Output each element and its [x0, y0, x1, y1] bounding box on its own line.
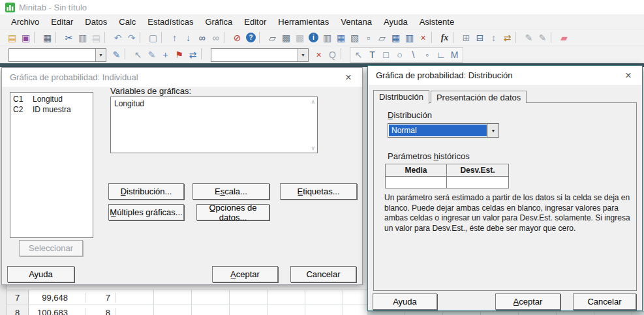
- menu-item[interactable]: Editar: [45, 16, 79, 28]
- find-next-icon[interactable]: ∞: [209, 31, 222, 44]
- tab-distribucion[interactable]: Distribución: [373, 90, 429, 104]
- eraser-icon[interactable]: ▰: [557, 31, 571, 44]
- zoom-icon[interactable]: Q: [326, 48, 339, 61]
- expand-tree-icon[interactable]: ⊞: [459, 31, 473, 44]
- select-tool-icon[interactable]: ↖: [352, 48, 365, 61]
- brush-down-icon[interactable]: ✎: [536, 31, 549, 44]
- desv-est-input-cell[interactable]: [447, 177, 508, 188]
- scale-button[interactable]: Es̲cala...: [192, 183, 269, 200]
- point-tool-icon[interactable]: ◦: [420, 48, 434, 61]
- empty-cells[interactable]: [116, 290, 367, 305]
- move-up-icon[interactable]: ↑: [168, 31, 181, 44]
- formula-icon[interactable]: fx: [438, 31, 452, 44]
- crosshair-icon[interactable]: +: [159, 48, 172, 61]
- polyline-tool-icon[interactable]: ∟: [434, 48, 448, 61]
- menu-item[interactable]: Datos: [79, 16, 113, 28]
- polygon-tool-icon[interactable]: M: [448, 48, 461, 61]
- reorder-rows-icon[interactable]: ↕: [487, 31, 500, 44]
- paste-icon[interactable]: ▤: [89, 31, 103, 44]
- close-graphs-icon[interactable]: ×: [416, 31, 430, 44]
- cascade-windows-icon[interactable]: ▩: [279, 31, 293, 44]
- new-window-icon[interactable]: ▢: [146, 31, 160, 44]
- variable-list-item[interactable]: C2 ID muestra: [10, 104, 93, 115]
- cancel-icon[interactable]: ⊘: [230, 31, 244, 44]
- brush-up-icon[interactable]: ✎: [522, 31, 536, 44]
- help-button[interactable]: Ayuda: [373, 293, 437, 310]
- tab-presentacion-de-datos[interactable]: Presentación de datos: [431, 91, 527, 103]
- menu-item[interactable]: Ayuda: [378, 16, 414, 28]
- cell-id-muestra[interactable]: 8: [85, 308, 116, 315]
- cell-longitud[interactable]: 99,648: [29, 293, 85, 303]
- dropdown-arrow-icon[interactable]: ▼: [487, 124, 498, 137]
- variable-list-item[interactable]: C1 Longitud: [10, 94, 93, 104]
- select-item-icon[interactable]: ▫: [361, 31, 375, 44]
- find-icon[interactable]: ∞: [195, 31, 209, 44]
- scroll-down-icon[interactable]: ∨: [311, 145, 315, 151]
- cut-icon[interactable]: ✂: [62, 31, 76, 44]
- dialog-titlebar[interactable]: Gráfica de probabilidad: Distribución ×: [368, 66, 642, 85]
- flag-icon[interactable]: ⚑: [172, 48, 186, 61]
- print-icon[interactable]: ▦: [40, 31, 54, 44]
- data-options-button[interactable]: O̲pciones de datos...: [196, 204, 269, 220]
- menu-item[interactable]: Editor: [238, 16, 272, 28]
- undo-icon[interactable]: ↶: [111, 31, 125, 44]
- menu-item[interactable]: Herramientas: [272, 16, 335, 28]
- distribution-dropdown[interactable]: Normal ▼: [388, 123, 499, 138]
- menu-item[interactable]: Ventana: [335, 16, 378, 28]
- brush-icon[interactable]: ✎: [145, 48, 159, 61]
- reorder-cols-icon[interactable]: ⇄: [500, 31, 514, 44]
- cell-longitud[interactable]: 100,683: [29, 308, 85, 315]
- open-project-icon[interactable]: ▤: [5, 31, 19, 44]
- copy-icon[interactable]: ▥: [76, 31, 89, 44]
- menu-item[interactable]: Estadísticas: [142, 16, 199, 28]
- menu-item[interactable]: Archivo: [5, 16, 45, 28]
- close-icon[interactable]: ×: [621, 70, 636, 82]
- text-tool-icon[interactable]: T: [365, 48, 379, 61]
- scroll-up-icon[interactable]: ∧: [311, 98, 315, 105]
- line-tool-icon[interactable]: \: [406, 48, 420, 61]
- graph-variables-input[interactable]: Longitud ∧ ∨: [110, 97, 318, 153]
- media-input-cell[interactable]: [386, 177, 447, 188]
- ellipse-tool-icon[interactable]: ○: [393, 48, 406, 61]
- delete-item-icon[interactable]: ×: [312, 48, 326, 61]
- close-icon[interactable]: ×: [341, 72, 356, 83]
- help-icon[interactable]: ?: [246, 33, 256, 42]
- worksheet-icon[interactable]: ▦: [334, 31, 348, 44]
- cell-id-muestra[interactable]: 7: [85, 293, 116, 303]
- empty-cells[interactable]: [116, 305, 367, 315]
- menu-item[interactable]: Gráfica: [199, 16, 238, 28]
- collapse-tree-icon[interactable]: ⊟: [473, 31, 487, 44]
- move-down-icon[interactable]: ↓: [181, 31, 195, 44]
- update-graph-icon[interactable]: ⇄: [186, 48, 200, 61]
- graph-item-combo[interactable]: ▼: [8, 48, 106, 62]
- select-arrow-icon[interactable]: ↖: [131, 48, 145, 61]
- save-project-icon[interactable]: ▣: [19, 31, 33, 44]
- help-button[interactable]: Ayuda: [7, 266, 74, 282]
- cancel-button[interactable]: Cancelar: [290, 266, 356, 282]
- show-grid-icon[interactable]: ▦: [389, 31, 403, 44]
- graph-scroll-icon[interactable]: ▱: [266, 31, 279, 44]
- multiple-graphs-button[interactable]: M̲últiples gráficas...: [108, 204, 184, 220]
- ok-button[interactable]: A̲ceptar: [212, 266, 278, 282]
- menu-item[interactable]: Asistente: [414, 16, 460, 28]
- dialog-titlebar[interactable]: Gráfica de probabilidad: Individual ×: [2, 68, 362, 87]
- rectangle-tool-icon[interactable]: □: [379, 48, 393, 61]
- info-icon[interactable]: i: [309, 33, 318, 42]
- worksheet-combo[interactable]: ▼: [211, 48, 309, 62]
- row-header[interactable]: 8: [7, 305, 29, 315]
- redo-icon[interactable]: ↷: [125, 31, 138, 44]
- ok-button[interactable]: A̲ceptar: [495, 293, 560, 310]
- row-header[interactable]: 7: [7, 290, 29, 305]
- new-worksheet-icon[interactable]: ▧: [348, 31, 361, 44]
- combo-dropdown-icon[interactable]: ▼: [298, 49, 308, 61]
- combo-dropdown-icon[interactable]: ▼: [95, 49, 106, 61]
- labels-button[interactable]: E̲tiquetas...: [280, 183, 357, 200]
- variables-listbox[interactable]: C1 Longitud C2 ID muestra: [10, 92, 93, 238]
- edit-last-dialog-icon[interactable]: ▱: [375, 31, 389, 44]
- edit-graph-icon[interactable]: ✎: [110, 48, 123, 61]
- distribution-button[interactable]: D̲istribución...: [108, 183, 184, 200]
- session-window-icon[interactable]: ▥: [320, 31, 334, 44]
- split-view-icon[interactable]: ▥: [403, 31, 416, 44]
- cancel-button[interactable]: Cancelar: [573, 293, 636, 310]
- menu-item[interactable]: Calc: [113, 16, 142, 28]
